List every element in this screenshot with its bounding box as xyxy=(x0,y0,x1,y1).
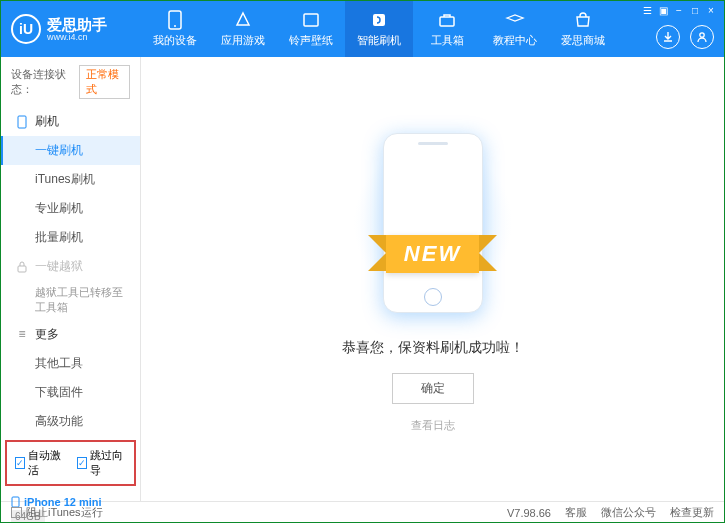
apps-icon xyxy=(233,10,253,30)
check-update-link[interactable]: 检查更新 xyxy=(670,505,714,520)
sidebar-item-itunes-flash[interactable]: iTunes刷机 xyxy=(1,165,140,194)
media-icon xyxy=(301,10,321,30)
sidebar: 设备连接状态： 正常模式 刷机 一键刷机 iTunes刷机 专业刷机 批量刷机 … xyxy=(1,57,141,501)
maximize-button[interactable]: □ xyxy=(688,3,702,17)
logo-area: iU 爱思助手 www.i4.cn xyxy=(1,14,141,44)
header-actions xyxy=(656,25,714,49)
svg-rect-3 xyxy=(373,14,385,26)
status-value: 正常模式 xyxy=(79,65,130,99)
customer-service-link[interactable]: 客服 xyxy=(565,505,587,520)
skin-icon[interactable]: ▣ xyxy=(656,3,670,17)
sidebar-item-batch-flash[interactable]: 批量刷机 xyxy=(1,223,140,252)
phone-small-icon xyxy=(15,115,29,129)
sidebar-item-other-tools[interactable]: 其他工具 xyxy=(1,349,140,378)
wechat-link[interactable]: 微信公众号 xyxy=(601,505,656,520)
window-controls: ☰ ▣ − □ × xyxy=(640,3,718,17)
nav-store[interactable]: 爱思商城 xyxy=(549,1,617,57)
nav-my-device[interactable]: 我的设备 xyxy=(141,1,209,57)
success-illustration: NEW xyxy=(368,126,498,321)
svg-rect-4 xyxy=(440,17,454,26)
block-itunes-checkbox[interactable]: 阻止iTunes运行 xyxy=(11,505,103,520)
sidebar-section-more[interactable]: ≡ 更多 xyxy=(1,320,140,349)
main-nav: 我的设备 应用游戏 铃声壁纸 智能刷机 工具箱 教程中心 爱思商城 xyxy=(141,1,617,57)
store-icon xyxy=(573,10,593,30)
device-status: 设备连接状态： 正常模式 xyxy=(1,57,140,107)
svg-rect-6 xyxy=(18,116,26,128)
auto-activate-checkbox[interactable]: ✓自动激活 xyxy=(15,448,65,478)
view-log-link[interactable]: 查看日志 xyxy=(411,418,455,433)
minimize-button[interactable]: − xyxy=(672,3,686,17)
app-logo-icon: iU xyxy=(11,14,41,44)
new-ribbon: NEW xyxy=(386,235,479,273)
nav-smart-flash[interactable]: 智能刷机 xyxy=(345,1,413,57)
nav-tutorials[interactable]: 教程中心 xyxy=(481,1,549,57)
download-button[interactable] xyxy=(656,25,680,49)
svg-rect-7 xyxy=(18,266,26,272)
more-icon: ≡ xyxy=(15,327,29,341)
sidebar-section-flash[interactable]: 刷机 xyxy=(1,107,140,136)
sidebar-item-pro-flash[interactable]: 专业刷机 xyxy=(1,194,140,223)
title-bar: iU 爱思助手 www.i4.cn 我的设备 应用游戏 铃声壁纸 智能刷机 工具… xyxy=(1,1,724,57)
success-message: 恭喜您，保资料刷机成功啦！ xyxy=(342,339,524,357)
main-content: NEW 恭喜您，保资料刷机成功啦！ 确定 查看日志 xyxy=(141,57,724,501)
nav-apps-games[interactable]: 应用游戏 xyxy=(209,1,277,57)
close-button[interactable]: × xyxy=(704,3,718,17)
phone-icon xyxy=(165,10,185,30)
toolbox-icon xyxy=(437,10,457,30)
sidebar-item-download-firmware[interactable]: 下载固件 xyxy=(1,378,140,407)
menu-icon[interactable]: ☰ xyxy=(640,3,654,17)
svg-point-1 xyxy=(174,25,176,27)
user-button[interactable] xyxy=(690,25,714,49)
version-label: V7.98.66 xyxy=(507,507,551,519)
flash-options: ✓自动激活 ✓跳过向导 xyxy=(5,440,136,486)
ok-button[interactable]: 确定 xyxy=(392,373,474,404)
sidebar-item-advanced[interactable]: 高级功能 xyxy=(1,407,140,436)
flash-icon xyxy=(369,10,389,30)
app-url: www.i4.cn xyxy=(47,32,107,42)
app-name: 爱思助手 xyxy=(47,17,107,32)
nav-ringtone-wallpaper[interactable]: 铃声壁纸 xyxy=(277,1,345,57)
svg-point-5 xyxy=(700,33,704,37)
skip-guide-checkbox[interactable]: ✓跳过向导 xyxy=(77,448,127,478)
sidebar-item-oneclick-flash[interactable]: 一键刷机 xyxy=(1,136,140,165)
nav-toolbox[interactable]: 工具箱 xyxy=(413,1,481,57)
jailbreak-note: 越狱工具已转移至工具箱 xyxy=(1,281,140,320)
svg-rect-2 xyxy=(304,14,318,26)
sidebar-section-jailbreak[interactable]: 一键越狱 xyxy=(1,252,140,281)
tutorial-icon xyxy=(505,10,525,30)
lock-icon xyxy=(15,260,29,274)
